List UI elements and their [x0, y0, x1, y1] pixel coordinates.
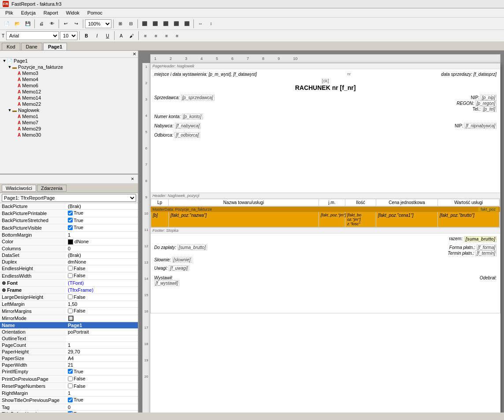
prop-val-duplex[interactable]: dmNone [66, 258, 138, 265]
snap-btn[interactable]: ⊟ [126, 19, 136, 29]
font-size-select[interactable]: 10 [60, 31, 78, 40]
menu-plik[interactable]: Plik [2, 9, 17, 16]
props-tab-events[interactable]: Zdarzenia [37, 185, 67, 192]
prop-val-rm[interactable]: 1 [66, 390, 138, 397]
align-left-btn[interactable]: ⬛ [140, 19, 149, 29]
preview-btn[interactable]: 👁 [47, 19, 57, 29]
prop-val-bm[interactable]: 1 [66, 231, 138, 238]
prop-val-popp[interactable]: False [66, 375, 138, 383]
tree-node-memo4[interactable]: A Memo4 [0, 76, 138, 82]
checkbox-popp[interactable] [68, 376, 73, 381]
menu-widok[interactable]: Widok [63, 9, 83, 16]
prop-val-bps[interactable]: True [66, 217, 138, 224]
height-btn[interactable]: ↕ [206, 19, 216, 29]
prop-val-ew[interactable]: False [66, 272, 138, 280]
prop-val-bpp[interactable]: True [66, 210, 138, 217]
prop-val-pie[interactable]: True [66, 368, 138, 375]
prop-val-dataset[interactable]: (Brak) [66, 252, 138, 258]
tree-toggle-pozycje[interactable]: ▼ [7, 64, 12, 70]
highlight-btn[interactable]: 🖌 [127, 31, 137, 41]
tree-node-page1[interactable]: ▼ 📄 Page1 [0, 58, 138, 64]
prop-val-font[interactable]: (TFont) [66, 279, 138, 286]
prop-val-orientation[interactable]: poPortrait [66, 328, 138, 335]
checkbox-ew[interactable] [68, 273, 73, 278]
tree-node-memo22[interactable]: A Memo22 [0, 101, 138, 107]
checkbox-pie[interactable] [68, 369, 73, 374]
new-btn[interactable]: 📄 [2, 19, 11, 29]
align-text-center-btn[interactable]: ≡ [151, 31, 161, 41]
prop-val-paperwidth[interactable]: 21 [66, 361, 138, 368]
page-select-dropdown[interactable]: Page1: TfrxReportPage [2, 194, 136, 202]
prop-val-ldh[interactable]: False [66, 294, 138, 301]
save-btn[interactable]: 💾 [23, 19, 33, 29]
tree-node-memo30[interactable]: A Memo30 [0, 132, 138, 138]
prop-val-pagecount[interactable]: 1 [66, 342, 138, 348]
checkbox-bpv[interactable] [68, 225, 73, 230]
align-right-btn[interactable]: ⬛ [161, 19, 170, 29]
checkbox-eh[interactable] [68, 266, 73, 271]
tree-node-memo14[interactable]: A Memo14 [0, 95, 138, 101]
open-btn[interactable]: 📂 [12, 19, 22, 29]
tree-toggle-naglowek[interactable]: ▼ [7, 108, 12, 113]
redo-btn[interactable]: ↪ [71, 19, 81, 29]
prop-val-paperheight[interactable]: 29,70 [66, 348, 138, 355]
checkbox-mm[interactable] [68, 308, 73, 313]
prop-val-tag[interactable]: 0 [66, 404, 138, 410]
prop-val-color[interactable]: dNone [66, 238, 138, 245]
menu-edycja[interactable]: Edycja [18, 9, 39, 16]
width-btn[interactable]: ↔ [196, 19, 205, 29]
align-text-right-btn[interactable]: ≡ [162, 31, 171, 41]
prop-val-frame[interactable]: (TfrxFrame) [66, 286, 138, 294]
props-tab-properties[interactable]: Właściwości [2, 185, 36, 192]
prop-val-columns[interactable]: 0 [66, 245, 138, 252]
tree-node-memo29[interactable]: A Memo29 [0, 126, 138, 132]
print-btn[interactable]: 🖨 [37, 19, 46, 29]
checkbox-bpp[interactable] [68, 211, 73, 216]
prop-val-rpn[interactable]: False [66, 383, 138, 390]
checkbox-rpn[interactable] [68, 383, 73, 388]
tree-node-pozycje[interactable]: ▼ ▬ Pozycje_na_fakturze [0, 64, 138, 70]
checkbox-tbh[interactable] [68, 411, 73, 413]
prop-val-mirrormode[interactable]: 🔲 [66, 315, 138, 322]
align-center-btn[interactable]: ⬛ [150, 19, 160, 29]
menu-pomoc[interactable]: Pomoc [84, 9, 106, 16]
tab-kod[interactable]: Kod [2, 43, 20, 50]
tree-node-memo3[interactable]: A Memo3 [0, 70, 138, 76]
checkbox-stopp[interactable] [68, 398, 73, 402]
prop-val-eh[interactable]: False [66, 265, 138, 272]
prop-val-stopp[interactable]: True [66, 397, 138, 404]
font-name-select[interactable]: Arial [6, 31, 59, 40]
undo-btn[interactable]: ↩ [61, 19, 70, 29]
tab-dane[interactable]: Dane [21, 43, 42, 50]
prop-val-tbh[interactable]: True [66, 410, 138, 413]
tree-node-memo12[interactable]: A Memo12 [0, 89, 138, 95]
align-text-justify-btn[interactable]: ≡ [172, 31, 182, 41]
align-text-left-btn[interactable]: ≡ [141, 31, 150, 41]
align-top-btn[interactable]: ⬛ [171, 19, 181, 29]
prop-val-mm[interactable]: False [66, 308, 138, 315]
props-close-btn[interactable]: ✕ [129, 175, 136, 182]
checkbox-ldh[interactable] [68, 294, 73, 299]
tab-page1[interactable]: Page1 [43, 43, 67, 50]
checkbox-bps[interactable] [68, 218, 73, 223]
tree-close-btn[interactable]: ✕ [133, 52, 136, 56]
grid-btn[interactable]: ⊞ [115, 19, 125, 29]
tree-node-naglowek[interactable]: ▼ ▬ Naglowek [0, 107, 138, 113]
underline-btn[interactable]: U [103, 31, 112, 41]
tree-node-memo7[interactable]: A Memo7 [0, 119, 138, 126]
tree-node-memo6[interactable]: A Memo6 [0, 82, 138, 89]
align-bottom-btn[interactable]: ⬛ [182, 19, 192, 29]
menu-raport[interactable]: Raport [40, 9, 62, 16]
prop-val-backpicture[interactable]: (Brak) [66, 203, 138, 210]
prop-val-name[interactable]: Page1 [66, 322, 138, 328]
bold-btn[interactable]: B [82, 31, 91, 41]
prop-val-lm[interactable]: 1,50 [66, 301, 138, 308]
italic-btn[interactable]: I [92, 31, 102, 41]
zoom-select[interactable]: 100% [85, 19, 111, 28]
prop-val-outlinetext[interactable] [66, 335, 138, 342]
prop-val-bpv[interactable]: True [66, 224, 138, 232]
font-color-btn[interactable]: A [116, 31, 126, 41]
tree-node-memo1[interactable]: A Memo1 [0, 113, 138, 119]
prop-val-papersize[interactable]: A4 [66, 355, 138, 361]
tree-toggle-page1[interactable]: ▼ [2, 58, 7, 63]
